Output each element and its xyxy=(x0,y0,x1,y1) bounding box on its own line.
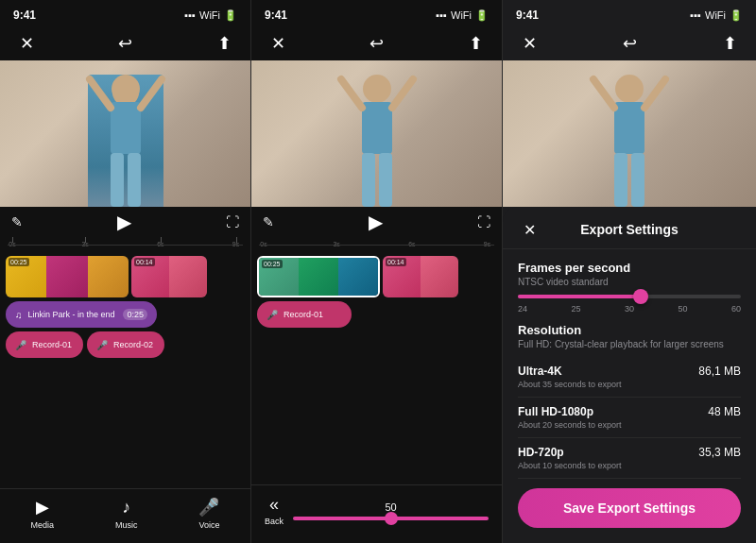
play-button-2[interactable]: ▶ xyxy=(369,211,383,233)
close-button-2[interactable]: ✕ xyxy=(265,30,291,57)
res-info-hd720: HD-720p About 10 seconds to export xyxy=(518,446,622,470)
music-icon-1: ♫ xyxy=(15,310,23,320)
resolution-section: Resolution Full HD: Crystal-clear playba… xyxy=(518,323,741,481)
share-button-3[interactable]: ⬆ xyxy=(716,30,743,57)
video-controls-2: ✎ ▶ ⛶ xyxy=(251,207,502,237)
top-toolbar-3: ✕ ↩ ⬆ xyxy=(503,26,756,60)
battery-icon-2: 🔋 xyxy=(475,9,489,22)
clip-duration-2: 00:14 xyxy=(134,258,155,266)
voice-track-2[interactable]: 🎤 Record-02 xyxy=(87,331,164,358)
fps-mark-30: 30 xyxy=(625,304,634,314)
share-button-1[interactable]: ⬆ xyxy=(211,30,237,57)
fullscreen-icon-2[interactable]: ⛶ xyxy=(477,214,490,229)
clip-duration-1: 00:25 xyxy=(9,258,29,266)
video-clip-selected-1[interactable]: 00:25 xyxy=(257,256,380,297)
sheet-content: Frames per second NTSC video standard 24… xyxy=(503,249,756,481)
voice-track-1[interactable]: 🎤 Record-01 xyxy=(6,331,83,358)
voice-label-2: Record-02 xyxy=(113,340,153,349)
signal-icon-2: ▪▪▪ xyxy=(436,9,447,21)
music-tab-label: Music xyxy=(115,520,138,530)
share-button-2[interactable]: ⬆ xyxy=(462,30,489,57)
svg-line-9 xyxy=(392,79,413,108)
music-icon: ♪ xyxy=(122,498,130,518)
tab-music[interactable]: ♪ Music xyxy=(115,498,138,530)
wifi-icon-2: WiFi xyxy=(451,9,472,21)
edit-icon-1[interactable]: ✎ xyxy=(11,214,23,229)
svg-line-2 xyxy=(90,79,111,108)
back-button[interactable]: « Back xyxy=(265,495,284,526)
voice-icon-p2: 🎤 xyxy=(266,310,278,320)
undo-button-3[interactable]: ↩ xyxy=(616,30,643,57)
res-info-4k: Ultra-4K About 35 seconds to export xyxy=(518,365,622,389)
tab-voice[interactable]: 🎤 Voice xyxy=(198,497,219,530)
clip-duration-s2: 00:14 xyxy=(386,258,406,266)
fullscreen-icon-1[interactable]: ⛶ xyxy=(226,214,239,229)
fps-label: Frames per second xyxy=(518,261,741,275)
sheet-title: Export Settings xyxy=(580,222,678,237)
slider-thumb[interactable] xyxy=(385,512,398,525)
back-label: Back xyxy=(265,517,284,526)
svg-rect-16 xyxy=(614,153,627,207)
signal-icon-3: ▪▪▪ xyxy=(690,9,701,21)
video-preview-2 xyxy=(251,60,502,207)
slider-track[interactable] xyxy=(293,517,489,520)
music-track-1[interactable]: ♫ Linkin Park - in the end 0:25 xyxy=(6,301,157,328)
clip-duration-s1: 00:25 xyxy=(262,260,283,268)
fps-mark-25: 25 xyxy=(571,304,580,314)
status-icons-3: ▪▪▪ WiFi 🔋 xyxy=(690,9,743,22)
video-preview-1 xyxy=(0,60,250,207)
res-name-hd720: HD-720p xyxy=(518,446,622,459)
phone-panel-3: 9:41 ▪▪▪ WiFi 🔋 ✕ ↩ ⬆ ✕ Export Settings xyxy=(503,0,756,543)
fps-mark-60: 60 xyxy=(731,304,741,314)
fps-thumb[interactable] xyxy=(633,289,648,304)
save-export-button[interactable]: Save Export Settings xyxy=(518,488,741,528)
voice-label-p2: Record-01 xyxy=(284,310,323,319)
wifi-icon-3: WiFi xyxy=(705,9,726,21)
video-clip-s2[interactable]: 00:14 xyxy=(383,256,458,297)
video-clip-1[interactable]: 00:25 xyxy=(6,256,129,297)
res-name-4k: Ultra-4K xyxy=(518,365,622,378)
svg-line-8 xyxy=(341,79,362,108)
edit-icon-2[interactable]: ✎ xyxy=(263,214,274,229)
undo-button-1[interactable]: ↩ xyxy=(112,30,139,57)
res-size-fullhd: 48 MB xyxy=(708,405,741,418)
media-label: Media xyxy=(30,520,54,530)
voice-track-p2[interactable]: 🎤 Record-01 xyxy=(257,301,352,328)
play-button-1[interactable]: ▶ xyxy=(117,211,131,233)
svg-rect-17 xyxy=(631,153,644,207)
person-svg-3 xyxy=(582,60,677,207)
sheet-close-button[interactable]: ✕ xyxy=(518,218,541,241)
svg-rect-5 xyxy=(128,153,141,207)
svg-rect-1 xyxy=(111,102,141,154)
status-icons-2: ▪▪▪ WiFi 🔋 xyxy=(436,9,489,22)
music-label-1: Linkin Park - in the end xyxy=(28,310,115,319)
voice-tab-icon: 🎤 xyxy=(198,497,219,518)
res-size-hd720: 35,3 MB xyxy=(698,446,741,459)
resolution-hd720[interactable]: HD-720p About 10 seconds to export 35,3 … xyxy=(518,438,741,479)
undo-button-2[interactable]: ↩ xyxy=(364,30,390,57)
video-clip-row-1: 00:25 00:14 xyxy=(6,256,245,297)
person-svg-1 xyxy=(78,60,173,207)
tab-media[interactable]: ▶ Media xyxy=(30,497,54,530)
bottom-toolbar-1: ▶ Media ♪ Music 🎤 Voice xyxy=(0,488,250,543)
video-clip-2[interactable]: 00:14 xyxy=(131,256,207,297)
voice-icon-1: 🎤 xyxy=(15,340,26,350)
svg-point-12 xyxy=(615,75,644,103)
svg-point-0 xyxy=(112,75,140,103)
person-svg-2 xyxy=(330,60,424,207)
bottom-toolbar-2: « Back 50 xyxy=(251,484,502,543)
voice-label-1: Record-01 xyxy=(32,340,72,349)
close-button-3[interactable]: ✕ xyxy=(516,30,542,57)
top-toolbar-1: ✕ ↩ ⬆ xyxy=(0,26,250,60)
resolution-fullhd[interactable]: Full HD-1080p About 20 seconds to export… xyxy=(518,398,741,438)
fps-slider[interactable] xyxy=(518,295,741,298)
export-settings-sheet: ✕ Export Settings Frames per second NTSC… xyxy=(503,207,756,543)
svg-rect-11 xyxy=(379,153,392,207)
sheet-header: ✕ Export Settings xyxy=(503,207,756,249)
svg-rect-4 xyxy=(111,153,124,207)
media-icon: ▶ xyxy=(36,497,49,518)
resolution-ultra-4k[interactable]: Ultra-4K About 35 seconds to export 86,1… xyxy=(518,357,741,398)
res-desc-4k: About 35 seconds to export xyxy=(518,380,622,389)
video-clip-row-2: 00:25 00:14 xyxy=(257,256,496,297)
close-button-1[interactable]: ✕ xyxy=(13,30,40,57)
